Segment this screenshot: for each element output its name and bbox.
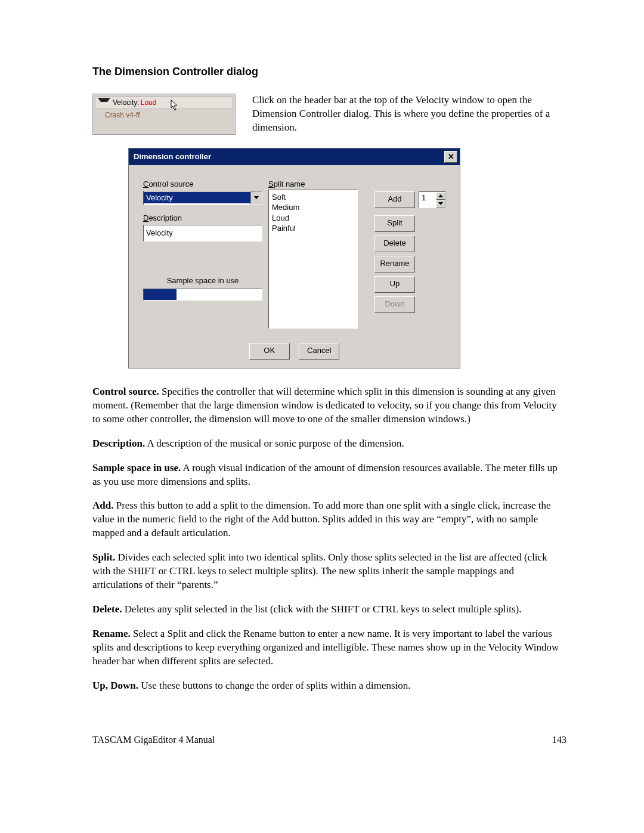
up-button[interactable]: Up — [374, 276, 415, 293]
control-source-value: Velocity — [144, 192, 250, 203]
rename-button[interactable]: Rename — [374, 256, 415, 272]
list-item[interactable]: Painful — [272, 223, 354, 234]
sample-space-label: Sample space in use — [143, 276, 262, 285]
para-control-source: Control source. Specifies the controller… — [92, 385, 566, 426]
para-split: Split. Divides each selected split into … — [92, 551, 566, 592]
section-heading: The Dimension Controller dialog — [92, 66, 566, 78]
velocity-label: Velocity: — [113, 98, 140, 107]
footer-page-number: 143 — [552, 735, 566, 745]
description-label: Description — [143, 213, 262, 222]
cursor-icon — [171, 100, 181, 113]
down-button[interactable]: Down — [374, 296, 415, 313]
add-count-value[interactable]: 1 — [419, 192, 436, 208]
list-item[interactable]: Soft — [272, 192, 354, 203]
close-icon: ✕ — [448, 152, 454, 161]
para-rename: Rename. Select a Split and click the Ren… — [92, 627, 566, 668]
chevron-down-icon — [98, 98, 110, 107]
add-count-spinner[interactable]: 1 — [419, 191, 446, 208]
footer-manual-name: TASCAM GigaEditor 4 Manual — [92, 735, 215, 745]
para-description: Description. A description of the musica… — [92, 437, 566, 451]
meter-fill — [144, 289, 177, 300]
description-input[interactable]: Velocity — [143, 225, 262, 241]
sample-space-meter — [143, 289, 262, 301]
control-source-combo[interactable]: Velocity — [143, 191, 262, 205]
spinner-up-icon[interactable] — [436, 192, 445, 200]
spinner-down-icon[interactable] — [436, 200, 445, 208]
para-add: Add. Press this button to add a split to… — [92, 499, 566, 540]
list-item[interactable]: Medium — [272, 202, 354, 213]
split-name-label: Split name — [268, 179, 358, 188]
para-sample-space: Sample space in use. A rough visual indi… — [92, 462, 566, 489]
para-updown: Up, Down. Use these buttons to change th… — [92, 679, 566, 693]
velocity-sample-name: Crash v4-ff — [93, 110, 235, 122]
velocity-current-value: Loud — [141, 98, 157, 107]
chevron-down-icon[interactable] — [250, 191, 262, 205]
cancel-button[interactable]: Cancel — [299, 343, 339, 360]
intro-paragraph: Click on the header bar at the top of th… — [252, 94, 566, 135]
list-item[interactable]: Loud — [272, 213, 354, 224]
delete-button[interactable]: Delete — [374, 236, 415, 252]
split-name-list[interactable]: Soft Medium Loud Painful — [268, 190, 358, 329]
split-button[interactable]: Split — [374, 215, 415, 232]
control-source-label: Control source — [143, 179, 262, 188]
dimension-controller-dialog: Dimension controller ✕ Control source Ve… — [128, 148, 460, 368]
para-delete: Delete. Deletes any split selected in th… — [92, 603, 566, 617]
ok-button[interactable]: OK — [249, 343, 290, 360]
velocity-header-widget[interactable]: Velocity: Loud Crash v4-ff — [92, 94, 236, 135]
close-button[interactable]: ✕ — [444, 151, 457, 163]
dialog-title: Dimension controller — [134, 152, 211, 161]
add-button[interactable]: Add — [374, 191, 415, 208]
